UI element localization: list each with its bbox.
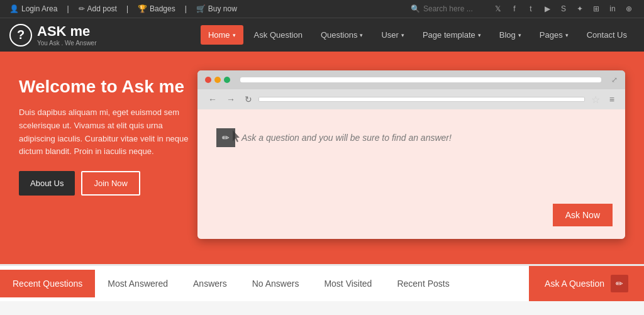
dot-red <box>205 77 211 83</box>
rss-icon[interactable]: ⊕ <box>623 3 635 14</box>
divider-1: | <box>67 4 69 13</box>
divider-2: | <box>126 4 128 13</box>
add-post-link[interactable]: ✏ Add post <box>79 4 117 13</box>
skype-icon[interactable]: S <box>558 3 569 14</box>
logo-area[interactable]: ? ASK me You Ask . We Answer <box>9 23 97 47</box>
cart-icon: 🛒 <box>196 4 206 13</box>
edit-icon: ✏ <box>79 4 85 13</box>
questions-caret: ▾ <box>360 32 363 38</box>
browser-menu-icon[interactable]: ≡ <box>606 92 618 106</box>
about-us-button[interactable]: About Us <box>19 171 75 196</box>
tab-no-answers[interactable]: No Answers <box>240 270 312 297</box>
bookmark-icon: ☆ <box>591 94 600 106</box>
nav-home[interactable]: Home ▾ <box>201 25 243 45</box>
top-bar-right: 🔍 𝕏 f t ▶ S ✦ ⊞ in ⊕ <box>411 3 635 14</box>
user-caret: ▾ <box>401 32 404 38</box>
browser-content: ✏ Ask a question and you will be sure to… <box>197 109 625 239</box>
twitter-icon[interactable]: 𝕏 <box>492 3 504 14</box>
youtube-icon[interactable]: ▶ <box>541 3 553 14</box>
home-caret: ▾ <box>233 32 236 38</box>
search-input[interactable] <box>423 4 486 13</box>
linkedin-icon[interactable]: in <box>607 3 618 14</box>
logo-text: ASK me You Ask . We Answer <box>37 23 97 47</box>
user-icon: 👤 <box>9 4 19 13</box>
tabs-right: Ask A Question ✏ <box>529 266 644 301</box>
tab-most-answered[interactable]: Most Answered <box>95 270 180 297</box>
nav-user[interactable]: User ▾ <box>374 25 411 45</box>
hero-buttons: About Us Join Now <box>19 171 195 196</box>
browser-expand-icon: ⤢ <box>611 75 618 84</box>
ask-now-button[interactable]: Ask Now <box>553 204 613 226</box>
browser-nav: ← → ↻ ☆ ≡ <box>197 89 625 109</box>
refresh-button[interactable]: ↻ <box>242 92 255 106</box>
browser-mockup: ⤢ ← → ↻ ☆ ≡ ✏ Ask a question and you wil… <box>197 70 625 239</box>
brand-name: ASK me <box>37 23 97 40</box>
pages-caret: ▾ <box>565 32 569 38</box>
tab-answers[interactable]: Answers <box>180 270 240 297</box>
tab-recent-posts[interactable]: Recent Posts <box>384 270 462 297</box>
nav-blog[interactable]: Blog ▾ <box>492 25 529 45</box>
browser-url-bar <box>240 77 601 82</box>
tab-recent-questions[interactable]: Recent Questions <box>0 270 95 297</box>
main-nav: Home ▾ Ask Question Questions ▾ User ▾ P… <box>201 25 635 45</box>
tiktok-icon[interactable]: t <box>525 3 536 14</box>
question-placeholder: Ask a question and you will be sure to f… <box>242 133 452 143</box>
logo-icon: ? <box>9 24 32 47</box>
hero-left: Welcome to Ask me Duis dapibus aliquam m… <box>19 77 195 196</box>
badges-link[interactable]: 🏆 Badges <box>138 4 175 13</box>
trophy-icon: 🏆 <box>138 4 147 13</box>
login-area-link[interactable]: 👤 Login Area <box>9 4 57 13</box>
search-icon: 🔍 <box>411 4 420 13</box>
forward-button[interactable]: → <box>223 92 238 106</box>
blog-caret: ▾ <box>518 32 521 38</box>
tabs-section: Recent Questions Most Answered Answers N… <box>0 264 644 301</box>
question-box: ✏ Ask a question and you will be sure to… <box>210 122 613 153</box>
browser-dots <box>205 77 230 83</box>
divider-3: | <box>185 4 187 13</box>
facebook-icon[interactable]: f <box>509 3 520 14</box>
nav-page-template[interactable]: Page template ▾ <box>415 25 489 45</box>
join-now-button[interactable]: Join Now <box>81 171 140 196</box>
search-bar[interactable]: 🔍 <box>411 4 486 13</box>
browser-address-bar[interactable] <box>258 97 585 102</box>
cursor <box>233 130 242 145</box>
page-template-caret: ▾ <box>478 32 481 38</box>
header: ? ASK me You Ask . We Answer Home ▾ Ask … <box>0 18 644 52</box>
top-bar: 👤 Login Area | ✏ Add post | 🏆 Badges | 🛒… <box>0 0 644 18</box>
grid-icon[interactable]: ⊞ <box>591 3 602 14</box>
hero-body: Duis dapibus aliquam mi, eget euismod se… <box>19 106 195 158</box>
ask-question-pencil-icon: ✏ <box>611 275 628 292</box>
nav-questions[interactable]: Questions ▾ <box>313 25 371 45</box>
star-icon[interactable]: ✦ <box>574 3 586 14</box>
dot-yellow <box>214 77 221 83</box>
hero-title: Welcome to Ask me <box>19 77 195 97</box>
tab-most-visited[interactable]: Most Visited <box>311 270 384 297</box>
back-button[interactable]: ← <box>205 92 220 106</box>
hero-section: Welcome to Ask me Duis dapibus aliquam m… <box>0 52 644 264</box>
social-icons: 𝕏 f t ▶ S ✦ ⊞ in ⊕ <box>492 3 635 14</box>
top-bar-left: 👤 Login Area | ✏ Add post | 🏆 Badges | 🛒… <box>9 4 237 13</box>
buy-now-link[interactable]: 🛒 Buy now <box>196 4 237 13</box>
dot-green <box>224 77 230 83</box>
nav-pages[interactable]: Pages ▾ <box>532 25 576 45</box>
ask-a-question-button[interactable]: Ask A Question ✏ <box>529 266 644 301</box>
tagline: You Ask . We Answer <box>37 40 97 47</box>
browser-titlebar: ⤢ <box>197 70 625 89</box>
nav-ask-question[interactable]: Ask Question <box>247 25 310 45</box>
nav-contact-us[interactable]: Contact Us <box>579 25 635 45</box>
